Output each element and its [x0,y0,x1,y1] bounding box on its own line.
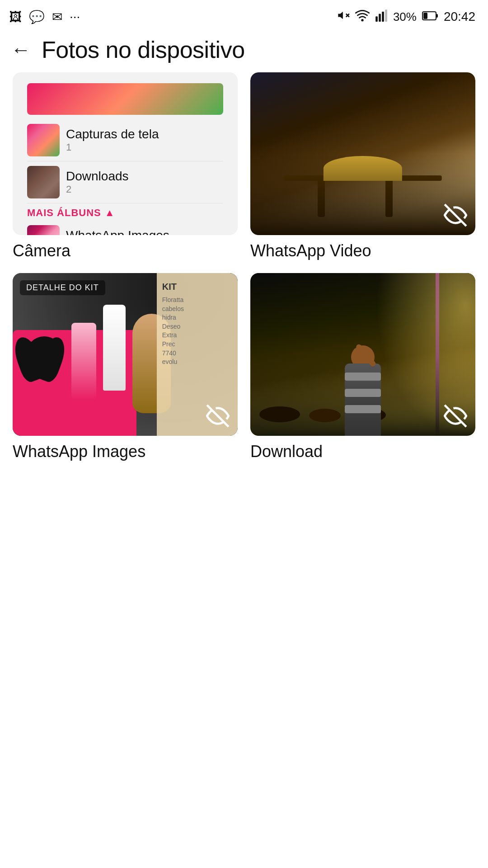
muted-icon-download [444,404,467,428]
album-label-wa-images: WhatsApp Images [13,442,238,461]
top-bar: ← Fotos no dispositivo [0,32,488,72]
thumb-capturas [27,124,60,156]
wa-images-image: KIT Floratta cabelos hidra Deseo Extra P… [13,273,238,436]
svg-rect-5 [379,14,381,22]
album-label-download: Download [250,442,475,461]
svg-point-3 [361,19,363,21]
album-whatsapp-video[interactable]: WhatsApp Video [250,72,475,260]
muted-icon-wa-images [206,404,230,428]
svg-rect-4 [375,16,378,22]
svg-rect-7 [385,9,387,22]
wifi-icon [355,9,370,25]
gallery-icon: 🖼 [9,9,22,24]
signal-icon [375,9,388,25]
chevron-up-icon: ▲ [105,207,115,219]
wa-video-thumb-container [250,72,475,235]
battery-icon [422,10,438,24]
status-bar: 🖼 💬 ✉ ··· [0,0,488,32]
album-name-wa-images: WhatsApp Images [66,228,223,235]
album-name-capturas: Capturas de tela [66,127,223,142]
list-item-downloads[interactable]: Downloads 2 [27,161,223,203]
back-button[interactable]: ← [11,40,31,60]
album-label-wa-video: WhatsApp Video [250,241,475,260]
album-camera[interactable]: Capturas de tela 1 Downloads 2 [13,72,238,260]
album-whatsapp-images[interactable]: KIT Floratta cabelos hidra Deseo Extra P… [13,273,238,461]
album-name-downloads: Downloads [66,169,223,184]
whatsapp-icon: 💬 [29,9,45,24]
download-image [250,273,475,436]
svg-marker-0 [338,11,343,19]
mute-icon [337,9,350,25]
album-download[interactable]: Download [250,273,475,461]
muted-icon-wa-video [444,203,467,227]
more-icon: ··· [70,9,80,24]
thumb-wa-images [27,225,60,235]
thumb-downloads [27,166,60,198]
clock: 20:42 [444,9,475,24]
svg-rect-10 [423,13,427,19]
battery-percent: 30% [393,10,417,24]
status-right-icons: 30% 20:42 [337,9,475,25]
status-left-icons: 🖼 💬 ✉ ··· [9,9,80,24]
wa-video-image [250,72,475,235]
list-item-wa-images[interactable]: WhatsApp Images 47 [27,221,223,235]
email-icon: ✉ [52,9,62,24]
main-content: Capturas de tela 1 Downloads 2 [0,72,488,461]
mais-albuns-label[interactable]: MAIS ÁLBUNS ▲ [27,203,223,221]
album-count-capturas: 1 [66,142,223,153]
svg-rect-9 [436,14,438,18]
page-title: Fotos no dispositivo [42,36,245,63]
download-thumb-container [250,273,475,436]
svg-rect-6 [382,11,384,21]
album-label-camera: Câmera [13,241,238,260]
albums-grid: Capturas de tela 1 Downloads 2 [13,72,475,461]
album-count-downloads: 2 [66,184,223,195]
list-item-capturas[interactable]: Capturas de tela 1 [27,119,223,161]
person-body [345,363,381,436]
wa-images-thumb-container: KIT Floratta cabelos hidra Deseo Extra P… [13,273,238,436]
camera-thumb: Capturas de tela 1 Downloads 2 [13,72,238,235]
